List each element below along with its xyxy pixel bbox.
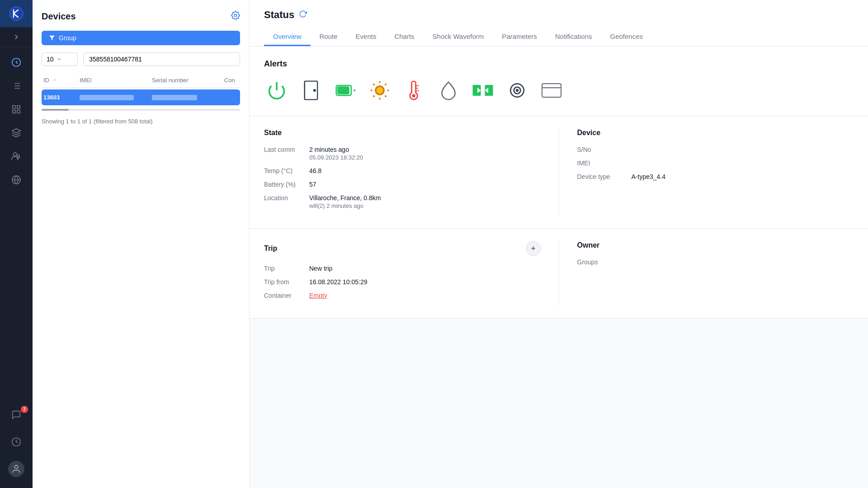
devices-panel: Devices Group 10 ID (33, 0, 250, 488)
filter-icon (49, 35, 55, 41)
scrollbar-track (42, 109, 240, 111)
svg-point-27 (376, 86, 384, 94)
cell-imei (80, 95, 152, 100)
tab-parameters[interactable]: Parameters (493, 28, 546, 46)
history-icon (11, 437, 21, 447)
last-comm-value-block: 2 minutes ago 05.09.2023 18:32:20 (309, 146, 363, 161)
sno-label: S/No (577, 146, 623, 153)
sidebar-nav (0, 47, 33, 403)
table-row[interactable]: 13603 (42, 89, 240, 105)
add-trip-button[interactable]: + (526, 241, 541, 256)
tab-charts[interactable]: Charts (385, 28, 423, 46)
tab-shock-waveform[interactable]: Shock Waveform (424, 28, 493, 46)
list-icon (11, 81, 21, 91)
main-area: Devices Group 10 ID (33, 0, 868, 488)
svg-line-35 (385, 84, 387, 85)
tab-notifications[interactable]: Notifications (546, 28, 601, 46)
drop-alert-icon (436, 78, 461, 103)
svg-line-31 (385, 96, 387, 97)
sidebar-item-history[interactable] (0, 430, 33, 454)
device-col: Device S/No IMEI Device type A-type3_4.4 (559, 129, 854, 216)
gear-button[interactable] (231, 11, 240, 22)
sidebar-collapse-button[interactable] (0, 27, 33, 47)
svg-rect-10 (13, 110, 15, 113)
svg-point-36 (412, 94, 415, 97)
container-value[interactable]: Empty (309, 292, 327, 299)
table-footer: Showing 1 to 1 of 1 (filtered from 508 t… (42, 118, 240, 125)
svg-point-19 (235, 14, 237, 17)
messages-badge: 7 (21, 406, 28, 413)
device-title: Device (577, 129, 854, 137)
imei-row: IMEI (577, 160, 854, 167)
avatar (8, 461, 24, 477)
dashboard-icon (11, 57, 21, 67)
col-header-imei: IMEI (80, 77, 152, 84)
location-row: Location Villaroche, France, 0.8km wifi(… (264, 194, 541, 209)
refresh-button[interactable] (299, 10, 307, 20)
sort-icon (52, 78, 57, 82)
page-size-select[interactable]: 10 (42, 52, 78, 66)
alerts-section: Alerts (250, 47, 868, 116)
svg-marker-12 (12, 129, 20, 133)
trip-title: Trip (264, 244, 277, 253)
battery-label: Battery (%) (264, 181, 309, 188)
battery-value: 57 (309, 181, 316, 188)
vibration-alert-icon (505, 78, 530, 103)
state-device-section: State Last comm 2 minutes ago 05.09.2023… (250, 116, 868, 229)
signal-alert-icon (539, 78, 564, 103)
groups-label: Groups (577, 258, 623, 266)
compress-icon (472, 80, 494, 100)
state-col: State Last comm 2 minutes ago 05.09.2023… (264, 129, 559, 216)
trip-col: Trip + Trip New trip Trip from 16.08.202… (264, 241, 559, 305)
last-comm-value: 2 minutes ago (309, 146, 363, 153)
status-title: Status (264, 9, 294, 21)
arrow-right-icon (12, 33, 20, 41)
power-alert-icon (264, 78, 289, 103)
svg-rect-37 (415, 85, 419, 86)
k-logo-icon (9, 6, 24, 21)
last-comm-date: 05.09.2023 18:32:20 (309, 154, 363, 161)
grid-icon (11, 104, 21, 114)
sno-row: S/No (577, 146, 854, 153)
sidebar: 7 (0, 0, 33, 488)
filter-group-button[interactable]: Group (42, 31, 240, 45)
cell-id: 13603 (43, 94, 80, 101)
col-header-serial: Serial number (152, 77, 224, 84)
location-label: Location (264, 194, 309, 202)
sidebar-item-list[interactable] (0, 74, 33, 98)
col-header-con: Con (224, 77, 238, 84)
door-alert-icon (298, 78, 324, 103)
sidebar-item-grid[interactable] (0, 98, 33, 121)
svg-point-0 (9, 7, 23, 20)
scrollbar-thumb[interactable] (42, 109, 69, 111)
location-sub: wifi(2) 2 minutes ago (309, 202, 381, 209)
owner-col: Owner Groups (559, 241, 854, 305)
tab-geofences[interactable]: Geofences (601, 28, 652, 46)
tab-events[interactable]: Events (347, 28, 386, 46)
last-comm-label: Last comm (264, 146, 309, 153)
svg-point-13 (14, 153, 17, 156)
sidebar-item-globe[interactable] (0, 168, 33, 192)
refresh-icon (299, 10, 307, 18)
alerts-title: Alerts (264, 59, 854, 69)
sidebar-item-settings-group[interactable] (0, 145, 33, 168)
state-device-cols: State Last comm 2 minutes ago 05.09.2023… (264, 129, 854, 216)
devices-title: Devices (42, 11, 76, 22)
temp-alert-icon (401, 78, 427, 103)
tab-overview[interactable]: Overview (264, 28, 311, 46)
gear-icon (231, 11, 240, 20)
sidebar-item-dashboard[interactable] (0, 51, 33, 74)
sidebar-bottom: 7 (0, 403, 33, 481)
svg-rect-9 (17, 106, 20, 108)
svg-rect-39 (415, 90, 419, 91)
sidebar-item-messages[interactable]: 7 (0, 403, 33, 427)
last-comm-row: Last comm 2 minutes ago 05.09.2023 18:32… (264, 146, 541, 161)
search-input[interactable] (83, 52, 240, 66)
sidebar-item-avatar[interactable] (0, 457, 33, 481)
svg-point-46 (516, 89, 518, 91)
light-alert-icon (367, 78, 392, 103)
sidebar-item-layers[interactable] (0, 121, 33, 145)
trip-name-label: Trip (264, 265, 309, 272)
tab-route[interactable]: Route (311, 28, 347, 46)
svg-line-34 (373, 96, 375, 97)
